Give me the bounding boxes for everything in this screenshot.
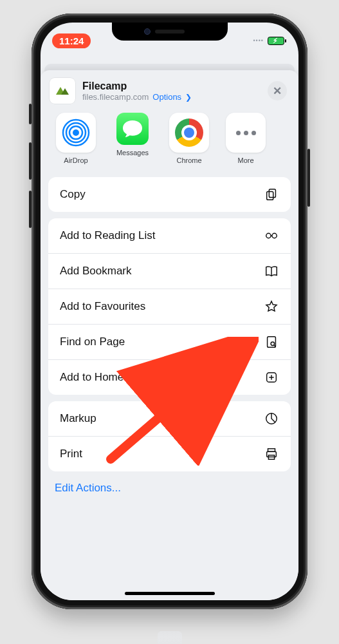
action-markup[interactable]: Markup bbox=[48, 401, 291, 436]
battery-charging-icon: ⚡︎ bbox=[268, 37, 284, 45]
action-label: Add to Reading List bbox=[60, 229, 155, 242]
volume-down bbox=[29, 191, 32, 228]
find-page-icon bbox=[264, 334, 279, 350]
action-label: Copy bbox=[60, 188, 86, 201]
share-app-row: AirDrop Messages C bbox=[41, 110, 298, 171]
share-app-label: Messages bbox=[116, 149, 149, 156]
site-title: Filecamp bbox=[82, 80, 261, 92]
svg-point-9 bbox=[272, 233, 277, 238]
share-app-label: AirDrop bbox=[64, 156, 87, 164]
svg-point-11 bbox=[271, 342, 275, 346]
svg-point-8 bbox=[266, 233, 271, 238]
site-domain: files.filecamp.com bbox=[82, 92, 149, 102]
action-label: Add to Home Screen bbox=[60, 371, 161, 384]
status-time: 11:24 bbox=[52, 33, 91, 48]
messages-icon bbox=[122, 119, 143, 138]
chrome-icon bbox=[175, 118, 203, 147]
action-label: Find on Page bbox=[60, 336, 125, 348]
notch bbox=[112, 23, 228, 41]
action-print[interactable]: Print bbox=[48, 436, 291, 471]
action-label: Add to Favourites bbox=[60, 300, 145, 313]
star-icon bbox=[264, 299, 279, 314]
share-app-messages[interactable]: Messages bbox=[110, 113, 155, 164]
chevron-right-icon: ❯ bbox=[185, 93, 192, 102]
signal-dots-icon: •••• bbox=[253, 37, 264, 44]
share-app-label: More bbox=[237, 156, 253, 164]
volume-up bbox=[29, 142, 32, 180]
phone-frame: 11:24 •••• ⚡︎ Filecamp files.filecamp bbox=[32, 14, 307, 609]
action-group-2: Add to Reading List Add Bookmark Add to … bbox=[48, 218, 291, 395]
mute-switch bbox=[29, 104, 32, 124]
camera-dot bbox=[144, 28, 151, 35]
action-label: Add Bookmark bbox=[60, 265, 132, 278]
copy-icon bbox=[264, 187, 279, 202]
printer-icon bbox=[264, 446, 279, 462]
close-icon: ✕ bbox=[273, 84, 282, 98]
action-copy[interactable]: Copy bbox=[48, 177, 291, 212]
more-icon bbox=[236, 131, 256, 135]
glasses-icon bbox=[264, 228, 279, 243]
edit-actions-link[interactable]: Edit Actions... bbox=[41, 471, 298, 505]
action-reading-list[interactable]: Add to Reading List bbox=[48, 218, 291, 253]
action-group-3: Markup Print bbox=[48, 401, 291, 471]
action-bookmark[interactable]: Add Bookmark bbox=[48, 253, 291, 289]
site-favicon bbox=[50, 78, 75, 104]
markup-icon bbox=[264, 411, 279, 426]
action-label: Print bbox=[60, 448, 82, 460]
home-indicator[interactable] bbox=[125, 592, 215, 595]
action-group-1: Copy bbox=[48, 177, 291, 212]
share-app-airdrop[interactable]: AirDrop bbox=[53, 113, 98, 164]
add-square-icon bbox=[264, 370, 279, 385]
airdrop-icon bbox=[62, 118, 90, 147]
share-app-label: Chrome bbox=[176, 156, 201, 164]
book-icon bbox=[264, 263, 279, 279]
svg-rect-6 bbox=[269, 189, 275, 198]
screen: 11:24 •••• ⚡︎ Filecamp files.filecamp bbox=[41, 23, 298, 600]
share-sheet: Filecamp files.filecamp.com Options ❯ ✕ bbox=[41, 70, 298, 600]
options-link[interactable]: Options bbox=[152, 92, 181, 102]
sheet-header: Filecamp files.filecamp.com Options ❯ ✕ bbox=[41, 70, 298, 110]
action-add-home-screen[interactable]: Add to Home Screen bbox=[48, 359, 291, 395]
action-favourites[interactable]: Add to Favourites bbox=[48, 289, 291, 324]
share-app-chrome[interactable]: Chrome bbox=[167, 113, 212, 164]
share-app-more[interactable]: More bbox=[223, 113, 268, 164]
filecamp-icon bbox=[55, 86, 70, 95]
action-label: Markup bbox=[60, 412, 96, 425]
svg-rect-7 bbox=[267, 191, 273, 200]
charging-cable bbox=[158, 631, 182, 644]
action-find-on-page[interactable]: Find on Page bbox=[48, 324, 291, 359]
close-button[interactable]: ✕ bbox=[268, 81, 287, 100]
svg-point-2 bbox=[73, 129, 79, 136]
power-button bbox=[307, 149, 310, 207]
